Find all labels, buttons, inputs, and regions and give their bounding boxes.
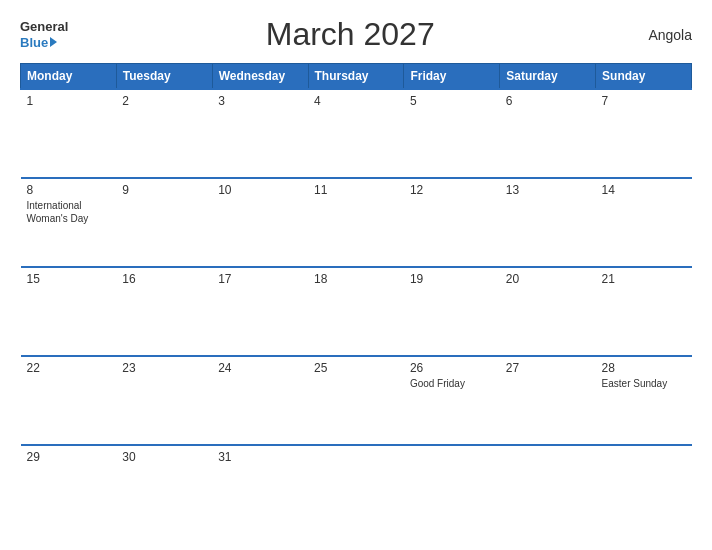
calendar-cell: 20 bbox=[500, 267, 596, 356]
day-headers-row: MondayTuesdayWednesdayThursdayFridaySatu… bbox=[21, 64, 692, 90]
day-number: 25 bbox=[314, 361, 398, 375]
day-header-friday: Friday bbox=[404, 64, 500, 90]
day-header-saturday: Saturday bbox=[500, 64, 596, 90]
calendar-cell: 25 bbox=[308, 356, 404, 445]
day-number: 8 bbox=[27, 183, 111, 197]
day-number: 24 bbox=[218, 361, 302, 375]
calendar-cell: 30 bbox=[116, 445, 212, 534]
day-number: 6 bbox=[506, 94, 590, 108]
calendar-cell: 11 bbox=[308, 178, 404, 267]
day-number: 26 bbox=[410, 361, 494, 375]
day-number: 17 bbox=[218, 272, 302, 286]
country-label: Angola bbox=[632, 27, 692, 43]
day-number: 31 bbox=[218, 450, 302, 464]
day-number: 20 bbox=[506, 272, 590, 286]
day-number: 18 bbox=[314, 272, 398, 286]
day-number: 23 bbox=[122, 361, 206, 375]
day-header-thursday: Thursday bbox=[308, 64, 404, 90]
day-number: 12 bbox=[410, 183, 494, 197]
day-number: 13 bbox=[506, 183, 590, 197]
calendar-cell: 4 bbox=[308, 89, 404, 178]
calendar-cell: 28Easter Sunday bbox=[596, 356, 692, 445]
day-number: 1 bbox=[27, 94, 111, 108]
day-number: 19 bbox=[410, 272, 494, 286]
week-row-1: 1234567 bbox=[21, 89, 692, 178]
calendar-cell: 5 bbox=[404, 89, 500, 178]
day-header-monday: Monday bbox=[21, 64, 117, 90]
day-number: 2 bbox=[122, 94, 206, 108]
day-number: 15 bbox=[27, 272, 111, 286]
calendar-cell: 14 bbox=[596, 178, 692, 267]
calendar-cell bbox=[596, 445, 692, 534]
day-number: 11 bbox=[314, 183, 398, 197]
calendar-cell: 17 bbox=[212, 267, 308, 356]
logo-general-text: General bbox=[20, 19, 68, 35]
logo: General Blue bbox=[20, 19, 68, 50]
calendar-cell: 18 bbox=[308, 267, 404, 356]
calendar-cell: 19 bbox=[404, 267, 500, 356]
day-number: 29 bbox=[27, 450, 111, 464]
calendar-cell: 26Good Friday bbox=[404, 356, 500, 445]
day-number: 10 bbox=[218, 183, 302, 197]
day-number: 22 bbox=[27, 361, 111, 375]
week-row-3: 15161718192021 bbox=[21, 267, 692, 356]
day-number: 7 bbox=[602, 94, 686, 108]
day-number: 5 bbox=[410, 94, 494, 108]
calendar-cell: 27 bbox=[500, 356, 596, 445]
calendar-cell: 29 bbox=[21, 445, 117, 534]
calendar-cell bbox=[500, 445, 596, 534]
day-header-wednesday: Wednesday bbox=[212, 64, 308, 90]
day-number: 28 bbox=[602, 361, 686, 375]
day-number: 9 bbox=[122, 183, 206, 197]
calendar-cell: 1 bbox=[21, 89, 117, 178]
calendar-cell: 9 bbox=[116, 178, 212, 267]
holiday-label: Easter Sunday bbox=[602, 377, 686, 390]
day-number: 3 bbox=[218, 94, 302, 108]
calendar-cell: 15 bbox=[21, 267, 117, 356]
calendar-cell bbox=[308, 445, 404, 534]
week-row-5: 293031 bbox=[21, 445, 692, 534]
logo-triangle-icon bbox=[50, 37, 57, 47]
calendar-cell: 23 bbox=[116, 356, 212, 445]
calendar-cell: 31 bbox=[212, 445, 308, 534]
calendar-cell: 10 bbox=[212, 178, 308, 267]
day-number: 21 bbox=[602, 272, 686, 286]
calendar-cell: 8International Woman's Day bbox=[21, 178, 117, 267]
holiday-label: International Woman's Day bbox=[27, 199, 111, 225]
calendar-cell: 3 bbox=[212, 89, 308, 178]
calendar-cell: 16 bbox=[116, 267, 212, 356]
day-header-sunday: Sunday bbox=[596, 64, 692, 90]
calendar-cell bbox=[404, 445, 500, 534]
calendar-cell: 21 bbox=[596, 267, 692, 356]
logo-blue-text: Blue bbox=[20, 35, 68, 51]
calendar-cell: 6 bbox=[500, 89, 596, 178]
calendar-cell: 24 bbox=[212, 356, 308, 445]
calendar-table: MondayTuesdayWednesdayThursdayFridaySatu… bbox=[20, 63, 692, 534]
calendar-header: General Blue March 2027 Angola bbox=[20, 16, 692, 53]
day-header-tuesday: Tuesday bbox=[116, 64, 212, 90]
day-number: 30 bbox=[122, 450, 206, 464]
holiday-label: Good Friday bbox=[410, 377, 494, 390]
logo-blue-label: Blue bbox=[20, 35, 48, 51]
calendar-cell: 7 bbox=[596, 89, 692, 178]
day-number: 14 bbox=[602, 183, 686, 197]
day-number: 16 bbox=[122, 272, 206, 286]
day-number: 27 bbox=[506, 361, 590, 375]
week-row-2: 8International Woman's Day91011121314 bbox=[21, 178, 692, 267]
calendar-cell: 12 bbox=[404, 178, 500, 267]
calendar-title: March 2027 bbox=[68, 16, 632, 53]
calendar-cell: 22 bbox=[21, 356, 117, 445]
calendar-cell: 13 bbox=[500, 178, 596, 267]
week-row-4: 2223242526Good Friday2728Easter Sunday bbox=[21, 356, 692, 445]
calendar-cell: 2 bbox=[116, 89, 212, 178]
day-number: 4 bbox=[314, 94, 398, 108]
